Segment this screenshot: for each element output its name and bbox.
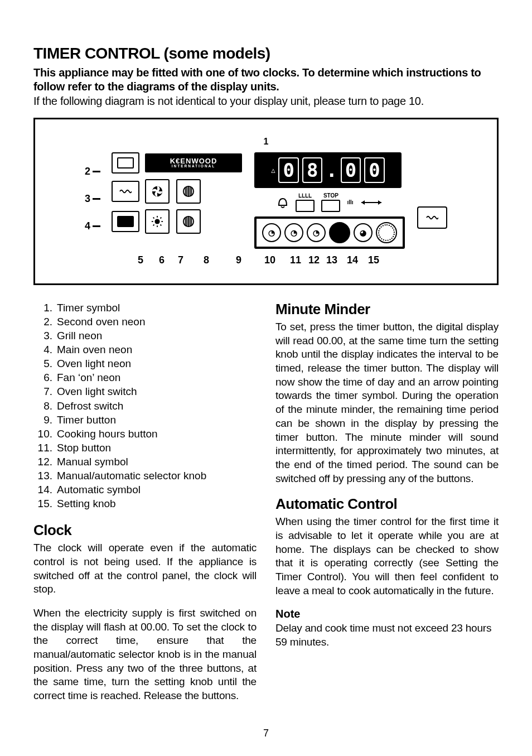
digit-2: 8 <box>302 157 322 183</box>
setting-knob-icon <box>376 222 397 243</box>
callout-13: 13 <box>322 254 341 266</box>
page-title: TIMER CONTROL (some models) <box>33 45 499 62</box>
subheading: This appliance may be fitted with one of… <box>33 66 499 94</box>
callout-12: 12 <box>306 254 322 266</box>
clock-icon-2: ◔ <box>284 223 303 242</box>
svg-line-9 <box>161 225 162 226</box>
legend-list: 1.Timer symbol 2.Second oven neon 3.Gril… <box>33 301 257 511</box>
control-panel-diagram: 1 2 3 4 K€ENWOOD INTERNATIONAL <box>33 118 499 285</box>
bottom-callouts: 5 6 7 8 9 10 11 12 13 14 15 <box>62 254 470 266</box>
defrost-switch-icon <box>176 209 201 234</box>
manual-symbol-icon: ıllı <box>347 199 353 205</box>
lower-icon-row: ◔ ◔ ◔ ◕ <box>254 216 405 249</box>
cooking-hours-button: ⅬⅬⅬⅬ <box>296 192 315 212</box>
callout-10: 10 <box>254 254 286 266</box>
callout-7: 7 <box>172 254 190 266</box>
button-row: ⅬⅬⅬⅬ STOP ıllı <box>254 192 405 212</box>
legend-item-1: Timer symbol <box>57 301 120 315</box>
callout-9: 9 <box>223 254 254 266</box>
left-callouts: 2 3 4 <box>85 152 100 232</box>
callout-14: 14 <box>341 254 364 266</box>
digit-4: 0 <box>364 157 384 183</box>
legend-item-2: Second oven neon <box>57 315 145 329</box>
svg-line-11 <box>161 218 162 219</box>
selector-knob-icon <box>329 222 350 243</box>
note-heading: Note <box>275 608 499 620</box>
legend-item-13: Manual/automatic selector knob <box>57 469 206 483</box>
callout-1: 1 <box>264 137 269 147</box>
legend-item-8: Defrost switch <box>57 399 123 413</box>
clock-icon-3: ◔ <box>307 223 326 242</box>
note-paragraph: Delay and cook time must not exceed 23 h… <box>275 622 499 649</box>
clock-heading: Clock <box>33 522 257 539</box>
svg-line-10 <box>153 225 154 226</box>
legend-item-10: Cooking hours button <box>57 427 158 441</box>
grill-neon-icon <box>112 181 139 202</box>
neon-column: K€ENWOOD INTERNATIONAL <box>112 152 242 234</box>
sun-icon <box>151 215 163 228</box>
legend-item-7: Oven light switch <box>57 384 137 398</box>
legend-item-15: Setting knob <box>57 497 116 511</box>
legend-item-11: Stop button <box>57 441 111 455</box>
callout-15: 15 <box>364 254 384 266</box>
aux-neon-icon <box>417 206 447 229</box>
digit-1: 0 <box>278 157 298 183</box>
automatic-control-paragraph: When using the timer control for the fir… <box>275 515 499 598</box>
legend-item-5: Oven light neon <box>57 357 131 370</box>
legend-item-9: Timer button <box>57 413 116 427</box>
clock-paragraph-1: The clock will operate even if the autom… <box>33 541 257 596</box>
svg-line-8 <box>153 218 154 219</box>
timer-module: △ 0 8 . 0 0 ⅬⅬⅬⅬ STOP ıllı ◔ ◔ ◔ <box>254 152 405 249</box>
callout-11: 11 <box>286 254 306 266</box>
grille-icon <box>182 185 195 198</box>
legend-item-4: Main oven neon <box>57 343 132 357</box>
bell-icon <box>277 195 289 210</box>
oven-light-neon-icon <box>145 209 170 234</box>
callout-5: 5 <box>129 254 152 266</box>
automatic-control-heading: Automatic Control <box>275 495 499 513</box>
callout-6: 6 <box>152 254 172 266</box>
svg-point-3 <box>154 219 159 224</box>
legend-item-14: Automatic symbol <box>57 483 141 497</box>
automatic-symbol-icon: ◕ <box>354 223 373 242</box>
minute-minder-paragraph: To set, press the timer button, the digi… <box>275 320 499 485</box>
manual-label: ıllı <box>347 199 353 205</box>
wave-icon <box>426 211 438 224</box>
fan-icon <box>151 185 163 198</box>
arrow-icon <box>360 199 383 206</box>
brand-plate: K€ENWOOD INTERNATIONAL <box>145 153 242 172</box>
legend-item-12: Manual symbol <box>57 455 128 469</box>
lead-text: If the following diagram is not identica… <box>33 95 499 108</box>
page-number: 7 <box>263 728 269 739</box>
grille-icon <box>182 215 195 228</box>
fan-on-neon-icon <box>145 179 170 204</box>
legend-item-3: Grill neon <box>57 329 102 343</box>
callout-3: 3 <box>85 193 100 205</box>
legend-item-6: Fan ‘on’ neon <box>57 370 120 384</box>
svg-marker-14 <box>361 200 365 205</box>
grill-wave-icon <box>119 185 132 198</box>
callout-2: 2 <box>85 166 100 177</box>
timer-button-icon <box>277 195 289 210</box>
oven-light-switch-icon <box>176 179 201 204</box>
clock-icon-1: ◔ <box>262 223 281 242</box>
brand-subtitle: INTERNATIONAL <box>172 165 216 168</box>
cook-label: ⅬⅬⅬⅬ <box>298 192 312 199</box>
svg-marker-15 <box>378 200 381 205</box>
callout-8: 8 <box>190 254 223 266</box>
stop-label: STOP <box>323 192 338 199</box>
stop-button: STOP <box>321 192 340 212</box>
digit-3: 0 <box>341 157 361 183</box>
minute-minder-heading: Minute Minder <box>275 301 499 318</box>
clock-paragraph-2: When the electricity supply is first swi… <box>33 606 257 703</box>
main-oven-neon-icon <box>112 211 139 232</box>
second-oven-neon-icon <box>112 152 139 174</box>
callout-4: 4 <box>85 220 100 232</box>
digital-display: △ 0 8 . 0 0 <box>254 152 402 188</box>
